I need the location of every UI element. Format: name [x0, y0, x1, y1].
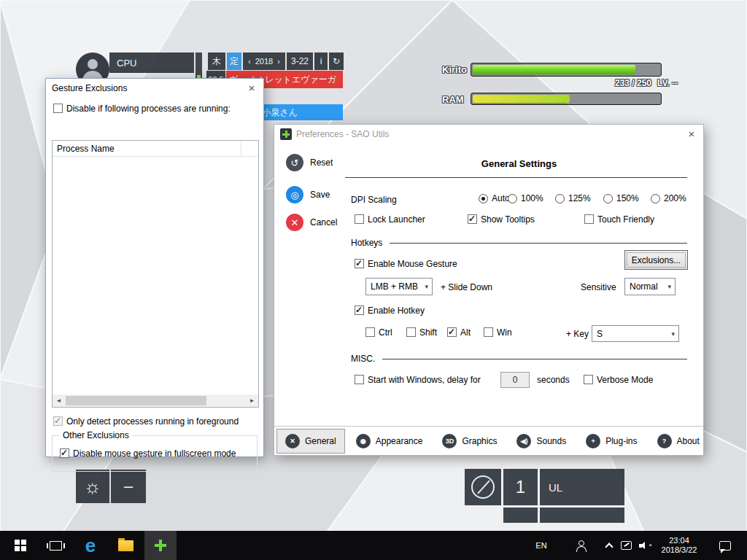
preferences-tabbar: ✕General ◉Appearance 3DGraphics ◀)Sounds…	[274, 426, 703, 455]
checkbox-start-with-windows[interactable]: Start with Windows, delay for	[355, 375, 481, 385]
chevron-down-icon: ▾	[425, 283, 428, 290]
year-prev-button[interactable]: ‹	[248, 57, 251, 66]
cancel-button[interactable]: ✕ Cancel	[286, 214, 337, 231]
preferences-titlebar[interactable]: Preferences - SAO Utils ×	[274, 125, 703, 144]
checkbox-touch-friendly[interactable]: Touch Friendly	[584, 214, 654, 225]
sensitive-dropdown[interactable]: Normal▾	[624, 278, 676, 295]
checkbox-label: Disable if following processes are runni…	[66, 104, 231, 114]
checkbox-mod-shift[interactable]: Shift	[406, 327, 437, 338]
tab-plugins[interactable]: +Plug-ins	[577, 429, 646, 454]
page-number-box[interactable]: 1	[503, 469, 538, 505]
radio-dpi-100[interactable]: 100%	[508, 193, 543, 203]
title-rule	[345, 177, 687, 178]
checkbox-verbose-mode[interactable]: Verbose Mode	[584, 375, 653, 385]
checkbox-enable-mouse-gesture[interactable]: Enable Mouse Gesture	[355, 259, 457, 269]
radio-dot	[508, 194, 517, 203]
scroll-thumb[interactable]	[66, 396, 206, 405]
sensitive-label: Sensitive	[581, 282, 616, 292]
checkbox-show-tooltips[interactable]: Show Tooltips	[468, 214, 535, 225]
sao-utils-taskbar-button[interactable]	[144, 531, 177, 560]
year-next-button[interactable]: ›	[277, 57, 280, 66]
radio-dpi-200[interactable]: 200%	[651, 193, 686, 203]
gesture-titlebar[interactable]: Gesture Exclusions ×	[46, 79, 263, 98]
info-button[interactable]: i	[314, 52, 328, 70]
graphics-tab-icon: 3D	[442, 434, 457, 448]
checkbox-box	[355, 259, 364, 268]
action-center-button[interactable]	[712, 531, 738, 560]
brightness-button[interactable]: ☼	[76, 470, 109, 503]
taskbar: e EN × 23:04 2018/3/22	[0, 531, 747, 560]
minimize-button[interactable]: –	[111, 470, 146, 503]
radio-dpi-150[interactable]: 150%	[603, 193, 639, 203]
save-label: Save	[310, 190, 330, 200]
checkbox-mod-win[interactable]: Win	[484, 327, 512, 338]
checkbox-box	[584, 214, 594, 224]
gesture-close-button[interactable]: ×	[244, 81, 259, 96]
dash-icon: –	[124, 477, 133, 496]
gadget-sub-box-1	[503, 508, 538, 523]
tab-general[interactable]: ✕General	[276, 429, 345, 454]
show-hidden-icons-button[interactable]	[601, 531, 617, 560]
scroll-right-arrow[interactable]: ►	[246, 394, 258, 407]
preferences-window: Preferences - SAO Utils × ↺ Reset ◎ Save…	[274, 124, 704, 456]
refresh-button[interactable]: ↻	[329, 52, 344, 70]
calendar-year: ‹ 2018 ›	[243, 52, 285, 70]
delay-input[interactable]: 0	[500, 372, 530, 388]
tab-appearance[interactable]: ◉Appearance	[347, 429, 432, 454]
checkbox-label: Only detect processes running in foregro…	[66, 416, 239, 427]
other-exclusions-group: Other Exclusions Disable mouse gesture i…	[52, 435, 258, 472]
gesture-combo-dropdown[interactable]: LMB + RMB▾	[365, 278, 433, 295]
pen-tablet-icon	[621, 541, 632, 550]
preferences-close-button[interactable]: ×	[684, 127, 699, 141]
dpi-scaling-label: DPI Scaling	[351, 195, 397, 205]
tab-about[interactable]: ?About	[649, 429, 708, 454]
hp-bar	[471, 63, 662, 77]
tab-graphics[interactable]: 3DGraphics	[433, 429, 506, 454]
radio-dpi-auto[interactable]: Auto	[479, 193, 510, 203]
file-explorer-button[interactable]	[111, 531, 140, 560]
windows-ink-button[interactable]	[617, 531, 635, 560]
slide-down-label: + Slide Down	[441, 282, 492, 292]
plugins-tab-icon: +	[586, 434, 600, 448]
save-icon: ◎	[286, 186, 303, 203]
start-button[interactable]	[6, 531, 35, 560]
section-rule	[390, 243, 687, 244]
exclusions-button[interactable]: Exclusions...	[624, 250, 688, 270]
chevron-up-icon	[605, 542, 613, 551]
language-indicator[interactable]: EN	[531, 531, 551, 560]
checkbox-mod-ctrl[interactable]: Ctrl	[365, 327, 392, 338]
volume-button[interactable]: ×	[636, 531, 655, 560]
notification-icon	[719, 541, 731, 551]
horizontal-scrollbar[interactable]: ◄ ►	[53, 394, 258, 407]
checkbox-disable-fullscreen[interactable]: Disable mouse gesture in fullscreen mode	[60, 448, 236, 459]
edge-taskbar-button[interactable]: e	[76, 531, 105, 560]
checkbox-box	[355, 306, 364, 315]
checkbox-box	[484, 327, 493, 337]
checkbox-box	[468, 214, 477, 224]
radio-dpi-125[interactable]: 125%	[555, 193, 591, 203]
person-icon	[576, 540, 586, 551]
clock-tray[interactable]: 23:04 2018/3/22	[657, 531, 702, 560]
gadget-sub-box-2	[540, 508, 624, 523]
key-dropdown[interactable]: S▾	[592, 325, 679, 342]
tab-sounds[interactable]: ◀)Sounds	[508, 429, 575, 454]
checkbox-disable-if-processes[interactable]: Disable if following processes are runni…	[53, 104, 231, 114]
save-button[interactable]: ◎ Save	[286, 186, 330, 203]
process-list[interactable]: Process Name ◄ ►	[52, 140, 259, 408]
task-view-icon	[50, 541, 62, 551]
search-box[interactable]: UL	[540, 469, 624, 505]
column-header-process-name[interactable]: Process Name	[57, 144, 115, 154]
compass-button[interactable]	[465, 469, 501, 505]
checkbox-lock-launcher[interactable]: Lock Launcher	[355, 214, 425, 225]
checkbox-box	[447, 327, 457, 337]
seconds-label: seconds	[537, 375, 570, 385]
people-button[interactable]	[570, 531, 591, 560]
folder-icon	[118, 540, 133, 551]
player-name: Kirito	[442, 64, 467, 75]
scroll-left-arrow[interactable]: ◄	[53, 394, 65, 407]
checkbox-mod-alt[interactable]: Alt	[447, 327, 471, 338]
reset-button[interactable]: ↺ Reset	[286, 154, 333, 171]
task-view-button[interactable]	[41, 531, 70, 560]
checkbox-enable-hotkey[interactable]: Enable Hotkey	[355, 306, 425, 316]
gesture-window-title: Gesture Exclusions	[52, 83, 127, 93]
